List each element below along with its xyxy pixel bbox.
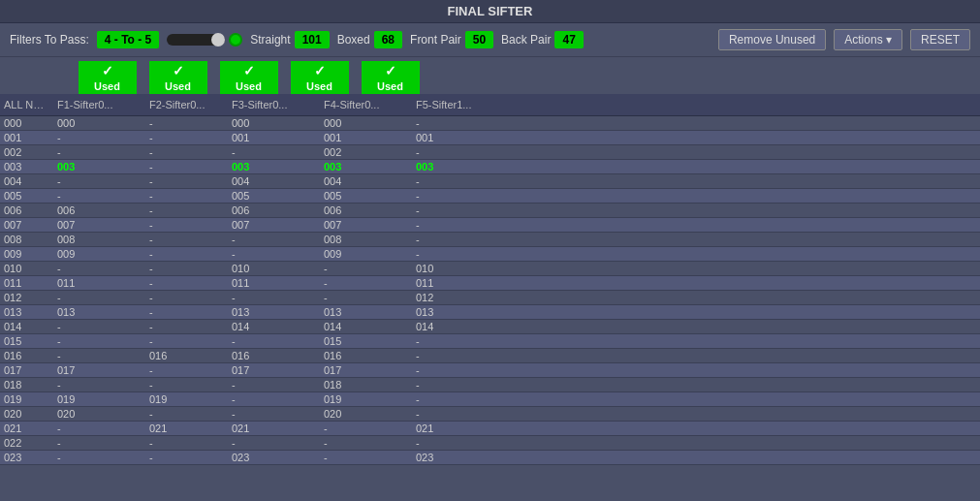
- table-row: 012----012: [0, 291, 980, 305]
- table-row: 000000-000000-: [0, 116, 980, 131]
- cell-14-3: 014: [228, 320, 320, 333]
- cell-5-4: 005: [320, 189, 412, 203]
- toolbar: Filters To Pass: 4 - To - 5 Straight 101…: [0, 23, 980, 57]
- cell-19-0: 019: [0, 392, 53, 406]
- cell-1-0: 001: [0, 131, 53, 144]
- used-label-4: Used: [377, 80, 403, 92]
- boxed-group: Boxed 68: [337, 31, 402, 48]
- cell-1-3: 001: [228, 131, 320, 144]
- cell-10-0: 010: [0, 262, 53, 275]
- cell-15-5: -: [412, 334, 509, 348]
- table-row: 006006-006006-: [0, 204, 980, 218]
- checkbox-cell-0[interactable]: ✓ Used: [76, 61, 139, 94]
- cell-17-3: 017: [228, 363, 320, 377]
- cell-16-0: 016: [0, 349, 53, 362]
- cell-4-1: -: [53, 174, 145, 188]
- table-row: 015---015-: [0, 334, 980, 349]
- cell-2-3: -: [228, 145, 320, 159]
- used-label-1: Used: [165, 80, 191, 92]
- cell-7-2: -: [145, 218, 228, 232]
- slider-track[interactable]: [167, 34, 225, 46]
- boxed-label: Boxed: [337, 33, 370, 47]
- cell-9-4: 009: [320, 247, 412, 261]
- cell-17-5: -: [412, 363, 509, 377]
- cell-12-3: -: [228, 291, 320, 304]
- cell-7-4: 007: [320, 218, 412, 232]
- cell-14-1: -: [53, 320, 145, 333]
- checkbox-cell-1[interactable]: ✓ Used: [146, 61, 209, 94]
- cell-17-0: 017: [0, 363, 53, 377]
- cell-16-3: 016: [228, 349, 320, 362]
- table-row: 017017-017017-: [0, 363, 980, 378]
- cell-16-1: -: [53, 349, 145, 362]
- chevron-down-icon: ▾: [886, 33, 892, 47]
- cell-6-4: 006: [320, 204, 412, 217]
- cell-23-3: 023: [228, 451, 320, 464]
- cell-0-2: -: [145, 116, 228, 130]
- title-bar: FINAL SIFTER: [0, 0, 980, 23]
- cell-3-5: 003: [412, 160, 509, 173]
- cell-4-0: 004: [0, 174, 53, 188]
- back-pair-value: 47: [554, 31, 583, 48]
- cell-7-1: 007: [53, 218, 145, 232]
- cell-19-1: 019: [53, 392, 145, 406]
- table-row: 020020--020-: [0, 407, 980, 422]
- cell-10-4: -: [320, 262, 412, 275]
- cell-13-2: -: [145, 305, 228, 319]
- cell-8-3: -: [228, 233, 320, 246]
- cell-1-5: 001: [412, 131, 509, 144]
- cell-13-0: 013: [0, 305, 53, 319]
- cell-19-4: 019: [320, 392, 412, 406]
- cell-20-3: -: [228, 407, 320, 421]
- table-row: 003003-003003003: [0, 160, 980, 174]
- checkbox-cell-4[interactable]: ✓ Used: [359, 61, 422, 94]
- reset-button[interactable]: RESET: [910, 29, 970, 50]
- cell-8-1: 008: [53, 233, 145, 246]
- cell-10-2: -: [145, 262, 228, 275]
- cell-9-1: 009: [53, 247, 145, 261]
- cell-11-0: 011: [0, 276, 53, 290]
- checkmark-icon-1: ✓: [173, 63, 184, 78]
- cell-16-4: 016: [320, 349, 412, 362]
- cell-5-5: -: [412, 189, 509, 203]
- checkmark-icon-3: ✓: [314, 63, 326, 78]
- cell-15-4: 015: [320, 334, 412, 348]
- table-container[interactable]: 000000-000000-001--001001001002---002-00…: [0, 116, 980, 480]
- cell-10-1: -: [53, 262, 145, 275]
- table-row: 007007-007007-: [0, 218, 980, 233]
- cell-20-4: 020: [320, 407, 412, 421]
- cell-6-2: -: [145, 204, 228, 217]
- cell-14-0: 014: [0, 320, 53, 333]
- table-row: 001--001001001: [0, 131, 980, 145]
- cell-23-4: -: [320, 451, 412, 464]
- app-title: FINAL SIFTER: [448, 4, 533, 18]
- cell-22-5: -: [412, 436, 509, 450]
- cell-21-4: -: [320, 422, 412, 435]
- cell-18-3: -: [228, 378, 320, 391]
- actions-button[interactable]: Actions ▾: [834, 29, 902, 50]
- cell-13-5: 013: [412, 305, 509, 319]
- cell-1-1: -: [53, 131, 145, 144]
- used-label-0: Used: [94, 80, 120, 92]
- cell-23-1: -: [53, 451, 145, 464]
- cell-7-0: 007: [0, 218, 53, 232]
- checkbox-cell-2[interactable]: ✓ Used: [217, 61, 280, 94]
- table-row: 004--004004-: [0, 174, 980, 189]
- cell-7-5: -: [412, 218, 509, 232]
- used-label-2: Used: [236, 80, 262, 92]
- remove-unused-button[interactable]: Remove Unused: [718, 29, 826, 50]
- cell-9-2: -: [145, 247, 228, 261]
- table-row: 016-016016016-: [0, 349, 980, 363]
- table-row: 010--010-010: [0, 262, 980, 276]
- cell-20-5: -: [412, 407, 509, 421]
- cell-2-4: 002: [320, 145, 412, 159]
- cell-22-1: -: [53, 436, 145, 450]
- checkbox-cell-3[interactable]: ✓ Used: [288, 61, 351, 94]
- slider-container[interactable]: [167, 33, 242, 47]
- cell-8-0: 008: [0, 233, 53, 246]
- cell-23-2: -: [145, 451, 228, 464]
- cell-2-5: -: [412, 145, 509, 159]
- cell-14-5: 014: [412, 320, 509, 333]
- table-row: 011011-011-011: [0, 276, 980, 291]
- cell-15-2: -: [145, 334, 228, 348]
